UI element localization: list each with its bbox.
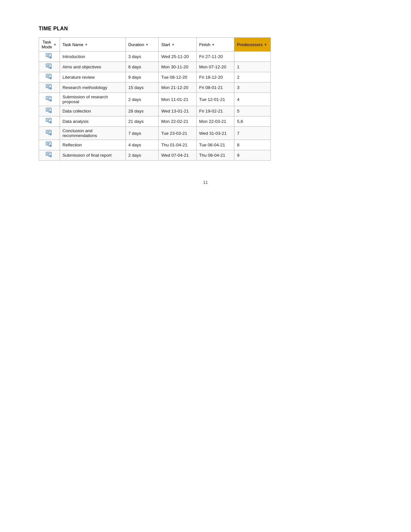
finish-cell: Wed 31-03-21 [196, 127, 234, 140]
predecessors-cell: 3 [234, 83, 271, 93]
finish-cell: Thu 08-04-21 [196, 150, 234, 161]
start-cell: Mon 21-12-20 [159, 83, 196, 93]
task-name-cell: Data analysis [60, 116, 125, 127]
duration-label: Duration [128, 42, 144, 47]
finish-dropdown-arrow[interactable]: ▼ [211, 43, 215, 46]
task-mode-cell [39, 150, 60, 161]
predecessors-cell: 8 [234, 140, 271, 150]
col-header-task-name: Task Name ▼ [60, 38, 125, 52]
task-name-cell: Literature review [60, 72, 125, 83]
svg-rect-20 [46, 108, 51, 111]
col-header-duration: Duration ▼ [126, 38, 159, 52]
table-row: Submission of research proposal2 daysMon… [39, 93, 271, 106]
finish-cell: Mon 07-12-20 [196, 62, 234, 72]
finish-cell: Tue 12-01-21 [196, 93, 234, 106]
page-number: 11 [39, 180, 372, 185]
duration-cell: 21 days [126, 116, 159, 127]
finish-cell: Fri 27-11-20 [196, 52, 234, 62]
start-cell: Tue 08-12-20 [159, 72, 196, 83]
start-cell: Mon 30-11-20 [159, 62, 196, 72]
svg-rect-4 [46, 64, 51, 67]
predecessors-cell [234, 52, 271, 62]
svg-rect-8 [46, 74, 51, 77]
task-mode-icon [46, 118, 53, 125]
task-mode-dropdown-arrow[interactable]: ▼ [54, 43, 57, 46]
predecessors-dropdown-arrow[interactable]: ▼ [264, 43, 267, 46]
task-mode-cell [39, 62, 60, 72]
predecessors-cell: 2 [234, 72, 271, 83]
svg-rect-16 [46, 96, 51, 100]
table-row: Data collection28 daysWed 13-01-21Fri 19… [39, 106, 271, 116]
table-row: Introduction3 daysWed 25-11-20Fri 27-11-… [39, 52, 271, 62]
svg-rect-24 [46, 118, 51, 122]
task-name-cell: Submission of research proposal [60, 93, 125, 106]
svg-rect-28 [46, 130, 51, 133]
task-mode-cell [39, 93, 60, 106]
duration-cell: 28 days [126, 106, 159, 116]
task-mode-icon [46, 64, 53, 70]
col-header-finish: Finish ▼ [196, 38, 234, 52]
task-mode-cell [39, 116, 60, 127]
task-mode-icon [46, 53, 53, 60]
task-name-cell: Introduction [60, 52, 125, 62]
task-mode-label: TaskMode [42, 40, 52, 49]
start-dropdown-arrow[interactable]: ▼ [171, 43, 175, 46]
finish-cell: Tue 06-04-21 [196, 140, 234, 150]
start-cell: Wed 13-01-21 [159, 106, 196, 116]
task-name-cell: Aims and objectives [60, 62, 125, 72]
task-name-cell: Data collection [60, 106, 125, 116]
task-mode-icon [46, 96, 53, 103]
predecessors-cell: 4 [234, 93, 271, 106]
table-row: Submission of final report2 daysWed 07-0… [39, 150, 271, 161]
task-mode-icon [46, 74, 53, 81]
gantt-table: TaskMode ▼ Task Name ▼ Duration ▼ Start [39, 37, 271, 161]
duration-cell: 9 days [126, 72, 159, 83]
task-mode-icon [46, 152, 53, 159]
predecessors-cell: 9 [234, 150, 271, 161]
table-row: Literature review9 daysTue 08-12-20Fri 1… [39, 72, 271, 83]
task-mode-cell [39, 127, 60, 140]
table-row: Research methodology15 daysMon 21-12-20F… [39, 83, 271, 93]
duration-cell: 6 days [126, 62, 159, 72]
task-name-cell: Reflection [60, 140, 125, 150]
col-header-predecessors: Predecessors ▼ [234, 38, 271, 52]
duration-cell: 4 days [126, 140, 159, 150]
task-name-cell: Research methodology [60, 83, 125, 93]
svg-rect-0 [46, 54, 51, 57]
duration-cell: 15 days [126, 83, 159, 93]
task-mode-cell [39, 106, 60, 116]
task-name-label: Task Name [63, 42, 83, 47]
table-row: Conclusion and recommendations7 daysTue … [39, 127, 271, 140]
start-cell: Mon 11-01-21 [159, 93, 196, 106]
task-mode-cell [39, 140, 60, 150]
start-cell: Wed 07-04-21 [159, 150, 196, 161]
predecessors-cell: 7 [234, 127, 271, 140]
col-header-task-mode: TaskMode ▼ [39, 38, 60, 52]
task-mode-icon [46, 142, 53, 148]
predecessors-label: Predecessors [237, 42, 262, 47]
svg-rect-32 [46, 142, 51, 145]
task-mode-cell [39, 72, 60, 83]
task-mode-icon [46, 108, 53, 114]
task-name-dropdown-arrow[interactable]: ▼ [85, 43, 88, 46]
duration-cell: 7 days [126, 127, 159, 140]
finish-cell: Fri 08-01-21 [196, 83, 234, 93]
col-header-start: Start ▼ [159, 38, 196, 52]
duration-cell: 2 days [126, 150, 159, 161]
duration-dropdown-arrow[interactable]: ▼ [145, 43, 149, 46]
duration-cell: 3 days [126, 52, 159, 62]
page-title: TIME PLAN [39, 26, 372, 32]
svg-rect-36 [46, 152, 51, 155]
predecessors-cell: 5,6 [234, 116, 271, 127]
task-mode-cell [39, 52, 60, 62]
finish-label: Finish [199, 42, 210, 47]
task-name-cell: Conclusion and recommendations [60, 127, 125, 140]
task-mode-cell [39, 83, 60, 93]
task-mode-icon [46, 84, 53, 91]
svg-rect-12 [46, 84, 51, 88]
predecessors-cell: 1 [234, 62, 271, 72]
finish-cell: Fri 18-12-20 [196, 72, 234, 83]
table-row: Reflection4 daysThu 01-04-21Tue 06-04-21… [39, 140, 271, 150]
table-row: Aims and objectives6 daysMon 30-11-20Mon… [39, 62, 271, 72]
start-cell: Wed 25-11-20 [159, 52, 196, 62]
